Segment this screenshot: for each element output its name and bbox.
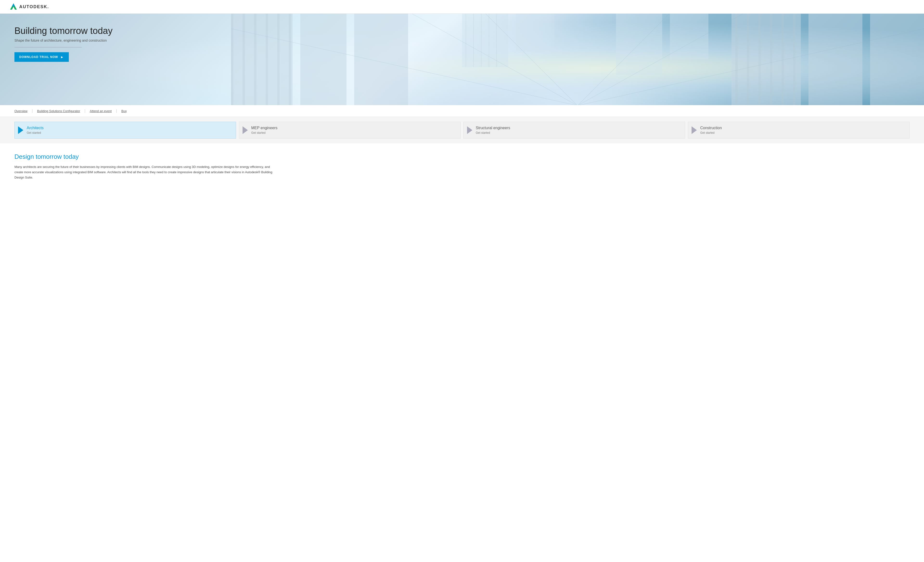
svg-rect-14: [254, 14, 256, 105]
nav-item-attend-event[interactable]: Attend an event: [86, 109, 116, 113]
category-subtitle-construction: Get started: [700, 131, 904, 135]
nav-item-buy[interactable]: Buy: [117, 109, 131, 113]
nav-item-configurator[interactable]: Building Solutions Configurator: [33, 109, 84, 113]
svg-rect-27: [462, 14, 508, 67]
category-card-architects[interactable]: Architects Get started: [14, 122, 236, 139]
category-subtitle-architects: Get started: [27, 131, 231, 135]
hero-section: Building tomorrow today Shape the future…: [0, 14, 924, 105]
category-card-construction[interactable]: Construction Get started: [688, 122, 910, 139]
autodesk-logo-text: AUTODESK.: [19, 4, 49, 9]
hero-content: Building tomorrow today Shape the future…: [14, 26, 112, 62]
svg-rect-23: [759, 14, 761, 105]
hero-title: Building tomorrow today: [14, 26, 112, 36]
autodesk-logo-icon: [10, 3, 17, 10]
svg-rect-28: [516, 14, 554, 52]
content-title: Design tomorrow today: [14, 153, 910, 160]
hero-buildings-illustration: [231, 14, 924, 105]
svg-rect-26: [793, 14, 795, 105]
svg-rect-17: [289, 14, 291, 105]
category-card-mep[interactable]: MEP engineers Get started: [239, 122, 460, 139]
svg-marker-1: [12, 3, 15, 7]
header: AUTODESK.: [0, 0, 924, 14]
svg-rect-20: [870, 14, 924, 105]
nav-bar: Overview | Building Solutions Configurat…: [0, 105, 924, 117]
svg-rect-29: [616, 14, 662, 75]
svg-rect-18: [732, 14, 801, 105]
content-body: Many architects are securing the future …: [14, 164, 279, 180]
category-arrow-structural: [467, 126, 472, 134]
download-button-label: DOWNLOAD TRIAL NOW: [19, 55, 58, 59]
nav-item-overview[interactable]: Overview: [14, 109, 32, 113]
svg-rect-15: [266, 14, 268, 105]
category-arrow-architects: [18, 126, 23, 134]
svg-rect-30: [670, 14, 708, 59]
svg-rect-19: [808, 14, 862, 105]
category-title-structural: Structural engineers: [476, 126, 680, 130]
category-arrow-construction: [692, 126, 697, 134]
svg-rect-9: [231, 14, 292, 105]
svg-rect-12: [231, 14, 233, 105]
svg-rect-22: [747, 14, 749, 105]
svg-rect-25: [782, 14, 784, 105]
category-card-structural[interactable]: Structural engineers Get started: [464, 122, 685, 139]
svg-rect-11: [354, 14, 408, 105]
svg-rect-21: [735, 14, 738, 105]
hero-subtitle: Shape the future of architecture, engine…: [14, 39, 112, 42]
svg-rect-10: [300, 14, 346, 105]
download-button-arrow-icon: ►: [60, 55, 64, 59]
category-subtitle-mep: Get started: [251, 131, 456, 135]
svg-rect-13: [243, 14, 245, 105]
logo[interactable]: AUTODESK.: [10, 3, 49, 10]
download-trial-button[interactable]: DOWNLOAD TRIAL NOW ►: [14, 52, 69, 62]
category-title-mep: MEP engineers: [251, 126, 456, 130]
category-subtitle-structural: Get started: [476, 131, 680, 135]
category-title-construction: Construction: [700, 126, 904, 130]
svg-rect-24: [770, 14, 772, 105]
svg-rect-16: [277, 14, 280, 105]
category-cards-section: Architects Get started MEP engineers Get…: [0, 117, 924, 143]
main-content-section: Design tomorrow today Many architects ar…: [0, 143, 924, 190]
category-arrow-mep: [243, 126, 248, 134]
category-title-architects: Architects: [27, 126, 231, 130]
